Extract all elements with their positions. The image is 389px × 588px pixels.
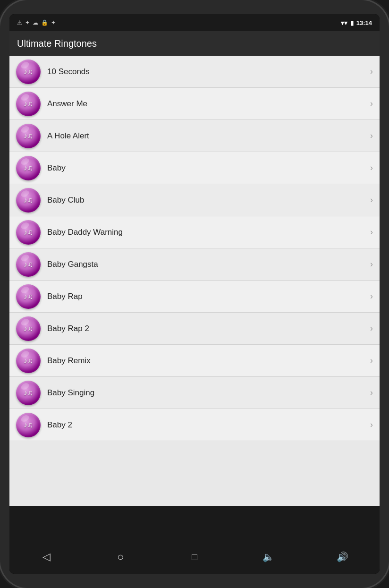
ringtone-label: A Hole Alert — [47, 131, 370, 141]
ringtone-icon — [16, 284, 41, 309]
ringtone-icon — [16, 188, 41, 213]
ringtone-icon — [16, 60, 41, 84]
chevron-right-icon: › — [370, 324, 373, 333]
wifi-icon: ▾▾ — [341, 19, 347, 26]
lock-icon: 🔒 — [41, 19, 48, 26]
list-item[interactable]: Baby Remix › — [9, 345, 380, 377]
list-item[interactable]: Baby Rap › — [9, 281, 380, 313]
ringtone-label: Baby 2 — [47, 420, 370, 430]
list-item[interactable]: Baby 2 › — [9, 409, 380, 441]
app-title: Ultimate Ringtones — [17, 38, 97, 49]
ringtone-label: Baby Rap — [47, 292, 370, 301]
screen: ⚠ ✦ ☁ 🔒 ✦ ▾▾ ▮ 13:14 Ultimate Ringtones … — [9, 14, 380, 574]
recents-button[interactable] — [183, 545, 206, 569]
ringtone-label: Baby — [47, 163, 370, 173]
chevron-right-icon: › — [370, 356, 373, 366]
chevron-right-icon: › — [370, 420, 373, 430]
ringtone-label: Baby Remix — [47, 356, 370, 366]
ringtone-label: 10 Seconds — [47, 67, 370, 77]
ringtone-icon — [16, 252, 41, 277]
volume-down-button[interactable] — [257, 545, 280, 569]
chevron-right-icon: › — [370, 227, 373, 237]
volume-up-button[interactable] — [331, 545, 355, 569]
device-frame: ⚠ ✦ ☁ 🔒 ✦ ▾▾ ▮ 13:14 Ultimate Ringtones … — [0, 0, 389, 588]
list-item[interactable]: Baby Club › — [9, 184, 380, 216]
ringtone-label: Baby Singing — [47, 388, 370, 398]
status-right: ▾▾ ▮ 13:14 — [341, 19, 372, 26]
ringtone-icon — [16, 413, 41, 437]
list-item[interactable]: Baby Singing › — [9, 377, 380, 409]
ringtone-icon — [16, 381, 41, 405]
list-item[interactable]: Baby Daddy Warning › — [9, 216, 380, 248]
warning-icon: ⚠ — [17, 19, 22, 26]
ringtone-icon — [16, 220, 41, 245]
status-icons-left: ⚠ ✦ ☁ 🔒 ✦ — [17, 19, 56, 26]
home-button[interactable] — [109, 545, 132, 569]
status-time: 13:14 — [356, 19, 372, 26]
ringtone-label: Baby Club — [47, 196, 370, 205]
ringtone-icon — [16, 349, 41, 373]
chevron-right-icon: › — [370, 131, 373, 141]
back-button[interactable] — [34, 545, 58, 569]
ringtone-icon — [16, 92, 41, 116]
ringtone-label: Baby Daddy Warning — [47, 228, 370, 237]
chevron-right-icon: › — [370, 388, 373, 398]
status-bar: ⚠ ✦ ☁ 🔒 ✦ ▾▾ ▮ 13:14 — [9, 14, 380, 31]
ringtone-icon — [16, 316, 41, 341]
ringtone-label: Answer Me — [47, 99, 370, 109]
list-item[interactable]: Baby Rap 2 › — [9, 313, 380, 345]
list-item[interactable]: Answer Me › — [9, 88, 380, 120]
list-item[interactable]: Baby › — [9, 152, 380, 184]
chevron-right-icon: › — [370, 259, 373, 269]
ringtone-list: 10 Seconds › Answer Me › A Hole Alert › … — [9, 56, 380, 506]
ringtone-label: Baby Gangsta — [47, 260, 370, 269]
list-item[interactable]: A Hole Alert › — [9, 120, 380, 152]
nav-bar — [9, 540, 380, 574]
chevron-right-icon: › — [370, 163, 373, 173]
ringtone-label: Baby Rap 2 — [47, 324, 370, 333]
player-bar — [9, 506, 380, 540]
chevron-right-icon: › — [370, 291, 373, 301]
app-header: Ultimate Ringtones — [9, 31, 380, 56]
list-item[interactable]: 10 Seconds › — [9, 56, 380, 88]
chevron-right-icon: › — [370, 99, 373, 109]
list-item[interactable]: Baby Gangsta › — [9, 248, 380, 281]
usb-icon: ✦ — [25, 19, 30, 26]
star-icon: ✦ — [51, 19, 56, 26]
ringtone-icon — [16, 156, 41, 180]
battery-icon: ▮ — [350, 19, 354, 26]
cloud-icon: ☁ — [33, 19, 38, 26]
chevron-right-icon: › — [370, 195, 373, 205]
ringtone-icon — [16, 124, 41, 148]
chevron-right-icon: › — [370, 67, 373, 77]
